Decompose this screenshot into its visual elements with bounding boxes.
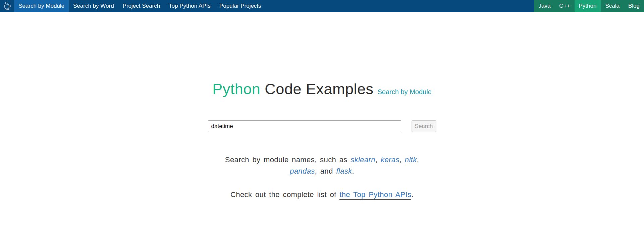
link-flask[interactable]: flask [336,167,352,175]
description-text: , [375,156,381,164]
search-input[interactable] [208,120,401,132]
nav-item-project-search[interactable]: Project Search [118,0,165,12]
page-subtitle: Search by Module [378,88,432,96]
link-top-python-apis[interactable]: the Top Python APIs [339,190,411,200]
link-pandas[interactable]: pandas [290,167,315,175]
description-text: , [399,156,405,164]
cta-line: Check out the complete list of the Top P… [0,190,644,199]
link-nltk[interactable]: nltk [405,156,417,164]
description-text: , and [315,167,336,175]
site-logo[interactable] [0,0,14,12]
nav-item-blog[interactable]: Blog [624,0,644,12]
nav-item-search-by-word[interactable]: Search by Word [69,0,118,12]
nav-item-scala[interactable]: Scala [601,0,624,12]
cta-text: . [411,190,414,199]
link-keras[interactable]: keras [381,156,399,164]
nav-item-python[interactable]: Python [575,0,601,12]
search-button[interactable]: Search [412,120,436,132]
main-content: Python Code ExamplesSearch by Module Sea… [0,80,644,199]
link-sklearn[interactable]: sklearn [351,156,375,164]
description-text: , [417,156,419,164]
nav-item-popular-projects[interactable]: Popular Projects [215,0,266,12]
description-text: Search by module names, such as [225,156,351,164]
page-title: Python Code ExamplesSearch by Module [0,80,644,98]
nav-item-java[interactable]: Java [534,0,555,12]
search-row: Search [0,120,644,132]
nav-item-top-python-apis[interactable]: Top Python APIs [164,0,215,12]
coffee-cup-icon [2,1,12,11]
title-rest: Code Examples [260,80,373,98]
description-line-2: pandas, and flask. [0,166,644,177]
description: Search by module names, such as sklearn,… [0,154,644,177]
title-highlight: Python [212,80,260,98]
description-text: . [352,167,354,175]
nav-item-cpp[interactable]: C++ [555,0,574,12]
language-nav: Java C++ Python Scala Blog [534,0,644,12]
nav-item-search-by-module[interactable]: Search by Module [14,0,69,12]
top-navbar: Search by Module Search by Word Project … [0,0,644,12]
description-line-1: Search by module names, such as sklearn,… [0,154,644,166]
cta-text: Check out the complete list of [230,190,339,199]
